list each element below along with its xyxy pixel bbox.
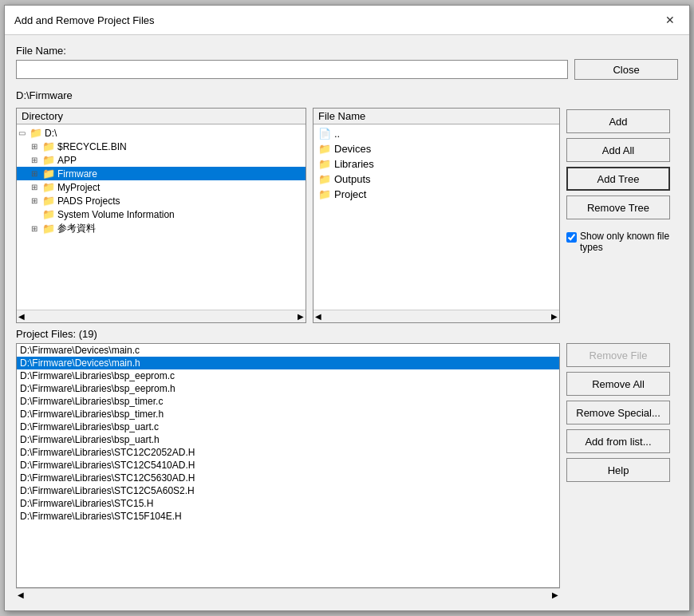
filename-section: File Name: Close [16,45,678,80]
tree-label-firmware: Firmware [57,168,97,180]
project-files-section: Project Files: (19) D:\Firmware\Devices\… [16,328,678,601]
title-bar: Add and Remove Project Files ✕ [5,6,689,35]
remove-tree-button[interactable]: Remove Tree [566,195,670,219]
file-item-parent[interactable]: 📄 .. [313,126,559,141]
folder-icon-libraries: 📁 [318,158,331,170]
hscroll2-right-arrow[interactable]: ▶ [551,312,558,321]
filename-label: File Name: [16,45,678,57]
remove-all-button[interactable]: Remove All [566,372,670,396]
folder-icon-myproject: 📁 [42,181,55,193]
file-label-parent: .. [334,128,340,140]
file-list[interactable]: 📄 .. 📁 Devices 📁 Libraries [313,124,559,310]
pfile-stc12c2052ad[interactable]: D:\Firmware\Libraries\STC12C2052AD.H [17,446,559,459]
dialog-body: File Name: Close D:\Firmware Directory ▭… [5,35,689,610]
folder-icon-root: 📁 [30,127,42,139]
toggle-root[interactable]: ▭ [18,128,30,137]
action-buttons: Add Add All Add Tree Remove Tree Show on… [566,108,678,323]
folder-icon-outputs: 📁 [318,173,331,185]
tree-label-sysvolume: System Volume Information [57,209,175,220]
toggle-app[interactable]: ⊞ [31,156,42,164]
folder-icon-sankoshoryo: 📁 [42,223,55,235]
add-button[interactable]: Add [566,109,670,133]
hscroll3-left-arrow[interactable]: ◀ [18,590,24,599]
parent-icon: 📄 [318,128,331,140]
bottom-buttons: Remove File Remove All Remove Special...… [566,343,678,588]
show-known-types-label: Show only known file types [580,231,678,253]
tree-item-recycle[interactable]: ⊞ 📁 $RECYCLE.BIN [17,140,306,153]
middle-section: Directory ▭ 📁 D:\ ⊞ 📁 $RECYCLE.BIN [16,108,678,323]
file-label-outputs: Outputs [334,173,371,185]
tree-label-recycle: $RECYCLE.BIN [57,141,127,152]
pfile-bsp-timer-h[interactable]: D:\Firmware\Libraries\bsp_timer.h [17,408,559,421]
directory-tree[interactable]: ▭ 📁 D:\ ⊞ 📁 $RECYCLE.BIN ⊞ 📁 APP [17,124,306,310]
tree-item-root[interactable]: ▭ 📁 D:\ [17,126,306,140]
directory-path: D:\Firmware [16,89,678,101]
folder-icon-app: 📁 [42,154,55,166]
add-all-button[interactable]: Add All [566,138,670,162]
file-item-libraries[interactable]: 📁 Libraries [313,156,559,172]
file-item-project[interactable]: 📁 Project [313,187,559,202]
folder-icon-recycle: 📁 [42,140,55,152]
close-x-button[interactable]: ✕ [660,12,680,28]
project-files-content: D:\Firmware\Devices\main.c D:\Firmware\D… [16,343,678,588]
pfile-bsp-timer-c[interactable]: D:\Firmware\Libraries\bsp_timer.c [17,395,559,408]
file-label-devices: Devices [334,143,371,155]
tree-item-myproject[interactable]: ⊞ 📁 MyProject [17,180,306,194]
remove-special-button[interactable]: Remove Special... [566,401,670,424]
dialog: Add and Remove Project Files ✕ File Name… [4,5,690,611]
file-label-libraries: Libraries [334,158,374,170]
add-tree-button[interactable]: Add Tree [566,167,670,191]
folder-icon-pads: 📁 [42,195,55,207]
filename-input-row: Close [16,59,678,80]
filename-input[interactable] [16,60,568,79]
pfile-bsp-uart-h[interactable]: D:\Firmware\Libraries\bsp_uart.h [17,433,559,446]
toggle-myproject[interactable]: ⊞ [31,183,42,192]
filename-panel: File Name 📄 .. 📁 Devices 📁 [313,108,560,323]
pfile-bsp-eeprom-c[interactable]: D:\Firmware\Libraries\bsp_eeprom.c [17,369,559,382]
filename-panel-header: File Name [313,109,559,124]
folder-icon-project: 📁 [318,188,331,200]
tree-label-root: D:\ [45,128,57,139]
tree-item-firmware[interactable]: ⊞ 📁 Firmware [17,167,306,180]
file-item-devices[interactable]: 📁 Devices [313,141,559,156]
folder-icon-devices: 📁 [318,143,331,155]
pfile-stc15f104e[interactable]: D:\Firmware\Libraries\STC15F104E.H [17,510,559,523]
toggle-sankoshoryo[interactable]: ⊞ [31,224,42,233]
pfile-stc15h[interactable]: D:\Firmware\Libraries\STC15.H [17,497,559,510]
directory-panel: Directory ▭ 📁 D:\ ⊞ 📁 $RECYCLE.BIN [16,108,306,323]
show-known-types-checkbox[interactable] [566,232,577,243]
file-item-outputs[interactable]: 📁 Outputs [313,172,559,187]
pfile-stc12c5410ad[interactable]: D:\Firmware\Libraries\STC12C5410AD.H [17,459,559,472]
directory-panel-header: Directory [17,109,306,124]
pfile-main-h[interactable]: D:\Firmware\Devices\main.h [17,357,559,369]
tree-item-sankoshoryo[interactable]: ⊞ 📁 参考資料 [17,221,306,236]
hscroll3-right-arrow[interactable]: ▶ [552,590,558,599]
tree-item-pads[interactable]: ⊞ 📁 PADS Projects [17,194,306,207]
hscroll2-left-arrow[interactable]: ◀ [315,312,321,321]
toggle-firmware[interactable]: ⊞ [31,169,42,178]
show-known-types-row: Show only known file types [566,227,678,253]
tree-item-app[interactable]: ⊞ 📁 APP [17,153,306,167]
close-button[interactable]: Close [574,59,678,80]
folder-icon-firmware: 📁 [42,168,55,180]
tree-item-sysvolume[interactable]: 📁 System Volume Information [17,207,306,221]
remove-file-button[interactable]: Remove File [566,343,670,367]
pfile-stc12c5a60s2[interactable]: D:\Firmware\Libraries\STC12C5A60S2.H [17,484,559,497]
file-label-project: Project [334,188,366,200]
add-from-list-button[interactable]: Add from list... [566,429,670,453]
tree-label-app: APP [57,155,77,166]
folder-icon-sysvolume: 📁 [42,208,55,220]
project-file-list[interactable]: D:\Firmware\Devices\main.c D:\Firmware\D… [16,343,560,588]
toggle-pads[interactable]: ⊞ [31,196,42,205]
toggle-recycle[interactable]: ⊞ [31,142,42,151]
hscroll-left-arrow[interactable]: ◀ [18,312,25,321]
pfile-bsp-eeprom-h[interactable]: D:\Firmware\Libraries\bsp_eeprom.h [17,382,559,395]
help-button[interactable]: Help [566,458,670,482]
pfile-bsp-uart-c[interactable]: D:\Firmware\Libraries\bsp_uart.c [17,421,559,433]
tree-label-pads: PADS Projects [57,195,120,207]
pfile-stc12c5630ad[interactable]: D:\Firmware\Libraries\STC12C5630AD.H [17,472,559,484]
hscroll-right-arrow[interactable]: ▶ [298,312,304,321]
pfile-main-c[interactable]: D:\Firmware\Devices\main.c [17,344,559,357]
tree-label-sankoshoryo: 参考資料 [57,222,96,235]
project-files-header: Project Files: (19) [16,328,678,340]
